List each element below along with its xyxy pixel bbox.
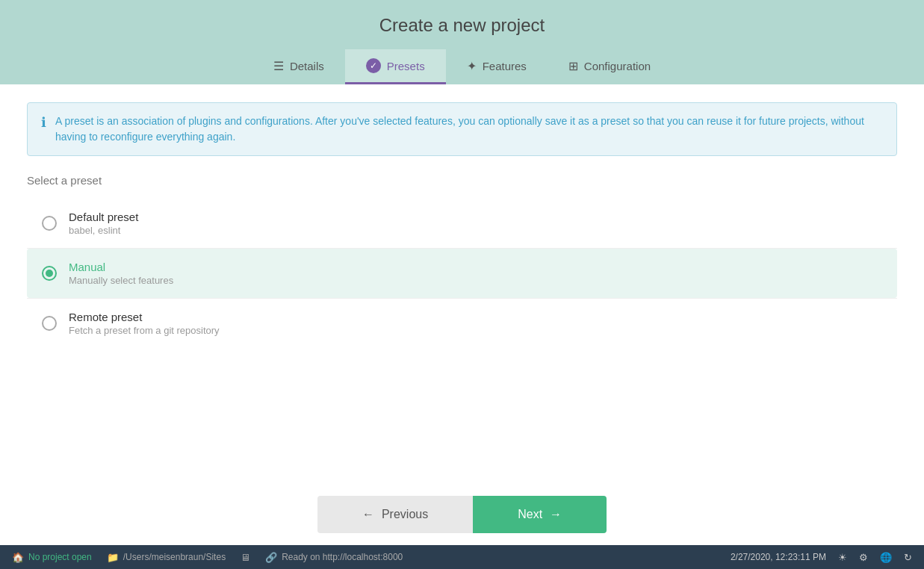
- tab-configuration-label: Configuration: [584, 60, 651, 72]
- next-arrow-icon: →: [550, 508, 562, 521]
- next-label: Next: [518, 508, 542, 521]
- tab-presets[interactable]: ✓ Presets: [345, 49, 446, 84]
- link-icon: 🔗: [265, 552, 277, 563]
- brightness-icon: ☀: [838, 552, 847, 563]
- translate-icon: 🌐: [880, 552, 892, 563]
- tab-bar: ☰ Details ✓ Presets ✦ Features ⊞ Configu…: [252, 49, 672, 84]
- preset-info-default: Default preset babel, eslint: [69, 211, 138, 236]
- preset-item-manual[interactable]: Manual Manually select features: [27, 249, 897, 298]
- list-icon: ☰: [273, 59, 284, 73]
- info-icon: ℹ: [41, 114, 46, 131]
- preset-desc-manual: Manually select features: [69, 275, 173, 286]
- ready-status: 🔗 Ready on http://localhost:8000: [265, 552, 403, 563]
- terminal-icon: 🖥: [241, 552, 250, 563]
- tab-features[interactable]: ✦ Features: [446, 50, 548, 84]
- preset-name-default: Default preset: [69, 211, 138, 223]
- path-label: /Users/meisenbraun/Sites: [123, 552, 226, 562]
- statusbar-left: 🏠 No project open 📁 /Users/meisenbraun/S…: [12, 552, 403, 563]
- config-icon: ⊞: [568, 59, 578, 73]
- statusbar-right: 2/27/2020, 12:23:11 PM ☀ ⚙ 🌐 ↻: [731, 552, 912, 563]
- tab-configuration[interactable]: ⊞ Configuration: [548, 50, 672, 84]
- footer-nav: ← Previous Next →: [0, 484, 924, 545]
- tab-details-label: Details: [290, 60, 324, 72]
- datetime-label: 2/27/2020, 12:23:11 PM: [731, 552, 826, 562]
- prev-arrow-icon: ←: [362, 508, 374, 521]
- preset-desc-remote: Fetch a preset from a git repository: [69, 325, 220, 336]
- statusbar: 🏠 No project open 📁 /Users/meisenbraun/S…: [0, 545, 924, 569]
- info-text: A preset is an association of plugins an…: [55, 114, 883, 145]
- info-banner: ℹ A preset is an association of plugins …: [27, 102, 897, 156]
- header: Create a new project ☰ Details ✓ Presets…: [0, 0, 924, 84]
- preset-info-manual: Manual Manually select features: [69, 261, 173, 286]
- tab-details[interactable]: ☰ Details: [252, 50, 345, 84]
- radio-default[interactable]: [42, 216, 57, 231]
- radio-manual[interactable]: [42, 266, 57, 281]
- section-label: Select a preset: [27, 174, 897, 187]
- check-icon: ✓: [366, 58, 381, 73]
- project-status: 🏠 No project open: [12, 552, 92, 563]
- preset-info-remote: Remote preset Fetch a preset from a git …: [69, 311, 220, 336]
- tab-features-label: Features: [483, 60, 527, 72]
- page-title: Create a new project: [379, 15, 545, 36]
- previous-button[interactable]: ← Previous: [317, 496, 473, 533]
- ready-label: Ready on http://localhost:8000: [282, 552, 403, 562]
- main-content: ℹ A preset is an association of plugins …: [0, 84, 924, 484]
- settings-icon: ⚙: [859, 552, 868, 563]
- preset-name-manual: Manual: [69, 261, 173, 273]
- path-status: 📁 /Users/meisenbraun/Sites: [107, 552, 226, 563]
- previous-label: Previous: [382, 508, 428, 521]
- terminal-status: 🖥: [241, 552, 250, 563]
- preset-name-remote: Remote preset: [69, 311, 220, 323]
- radio-remote[interactable]: [42, 316, 57, 331]
- preset-item-default[interactable]: Default preset babel, eslint: [27, 199, 897, 248]
- tab-presets-label: Presets: [387, 60, 425, 72]
- next-button[interactable]: Next →: [473, 496, 607, 533]
- project-label: No project open: [28, 552, 92, 562]
- folder-icon: 📁: [107, 552, 119, 563]
- preset-item-remote[interactable]: Remote preset Fetch a preset from a git …: [27, 299, 897, 348]
- home-icon: 🏠: [12, 552, 24, 563]
- preset-list: Default preset babel, eslint Manual Manu…: [27, 199, 897, 348]
- preset-desc-default: babel, eslint: [69, 225, 138, 236]
- features-icon: ✦: [467, 59, 477, 73]
- refresh-icon: ↻: [904, 552, 912, 563]
